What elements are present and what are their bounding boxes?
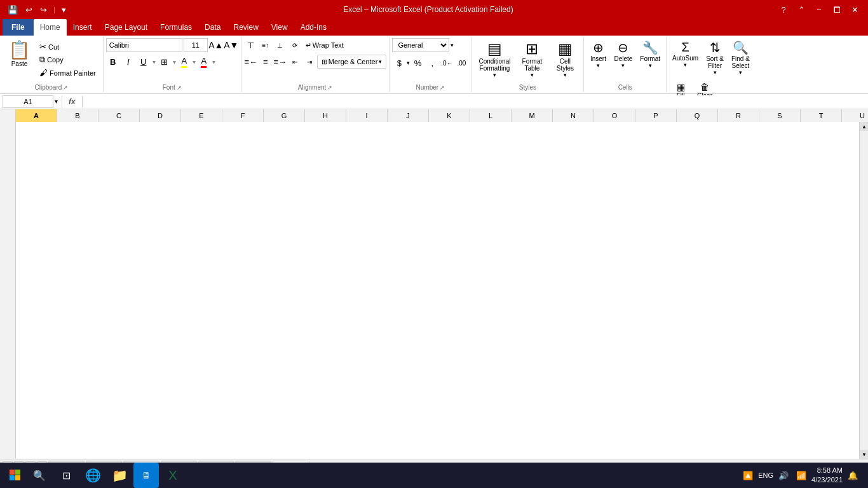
col-header-S[interactable]: S [759, 109, 801, 122]
font-color-button[interactable]: A [197, 55, 211, 69]
align-right-button[interactable]: ≡→ [273, 55, 287, 69]
vertical-scrollbar[interactable]: ▲ ▼ [859, 122, 868, 459]
number-expand-button[interactable]: ↗ [440, 85, 445, 91]
formula-input[interactable] [85, 95, 865, 108]
col-header-G[interactable]: G [264, 109, 305, 122]
cut-button[interactable]: ✂ Cut [36, 41, 99, 53]
increase-decimal-button[interactable]: .00 [454, 56, 468, 70]
merge-dropdown[interactable]: ▾ [379, 58, 382, 65]
col-header-D[interactable]: D [140, 109, 181, 122]
currency-dropdown[interactable]: ▾ [407, 60, 410, 66]
bold-button[interactable]: B [106, 55, 120, 69]
number-format-dropdown[interactable]: ▾ [451, 42, 454, 48]
decrease-decimal-button[interactable]: .0← [440, 56, 454, 70]
tab-formulas[interactable]: Formulas [154, 19, 198, 36]
select-all-button[interactable] [0, 109, 16, 122]
format-painter-button[interactable]: 🖌 Format Painter [36, 67, 99, 79]
align-top-right-button[interactable]: ⊥ [273, 38, 287, 52]
font-expand-button[interactable]: ↗ [177, 85, 182, 91]
cell-styles-dropdown[interactable]: ▾ [564, 72, 567, 78]
autosum-button[interactable]: Σ AutoSum ▾ [669, 38, 702, 78]
increase-font-button[interactable]: A▲ [209, 38, 223, 52]
conditional-dropdown[interactable]: ▾ [493, 72, 496, 78]
underline-dropdown[interactable]: ▾ [153, 58, 156, 65]
col-header-I[interactable]: I [346, 109, 388, 122]
delete-cells-button[interactable]: ⊖ Delete ▾ [611, 38, 635, 71]
delete-dropdown[interactable]: ▾ [621, 62, 625, 69]
col-header-T[interactable]: T [801, 109, 842, 122]
undo-button[interactable]: ↩ [23, 4, 35, 16]
name-box-dropdown[interactable]: ▾ [55, 98, 58, 105]
align-top-left-button[interactable]: ⊤ [244, 38, 258, 52]
font-color-dropdown[interactable]: ▾ [212, 58, 215, 65]
tab-home[interactable]: Home [34, 19, 67, 36]
number-format-select[interactable]: General Number Currency Percentage Text [392, 38, 449, 52]
insert-dropdown[interactable]: ▾ [597, 62, 600, 69]
sort-filter-button[interactable]: ⇅ Sort &Filter ▾ [703, 38, 727, 78]
col-header-K[interactable]: K [429, 109, 470, 122]
alignment-expand-button[interactable]: ↗ [327, 85, 332, 91]
insert-cells-button[interactable]: ⊕ Insert ▾ [587, 38, 609, 71]
col-header-N[interactable]: N [553, 109, 594, 122]
col-header-L[interactable]: L [470, 109, 512, 122]
col-header-M[interactable]: M [512, 109, 553, 122]
cell-styles-button[interactable]: ▦ CellStyles ▾ [549, 38, 581, 80]
network-icon[interactable]: 🔼 [740, 468, 756, 483]
decrease-font-button[interactable]: A▼ [224, 38, 238, 52]
col-header-O[interactable]: O [594, 109, 635, 122]
border-button[interactable]: ⊞ [158, 55, 172, 69]
col-header-E[interactable]: E [181, 109, 222, 122]
merge-center-button[interactable]: ⊞ Merge & Center ▾ [317, 55, 387, 69]
ribbon-toggle-button[interactable]: ⌃ [793, 3, 810, 16]
conditional-formatting-button[interactable]: ▤ ConditionalFormatting ▾ [474, 38, 515, 80]
format-dropdown[interactable]: ▾ [649, 62, 652, 69]
italic-button[interactable]: I [121, 55, 135, 69]
customize-qa-button[interactable]: ▾ [59, 4, 69, 16]
tab-page-layout[interactable]: Page Layout [98, 19, 154, 36]
col-header-F[interactable]: F [222, 109, 264, 122]
volume-icon[interactable]: 🔊 [776, 468, 791, 483]
format-table-dropdown[interactable]: ▾ [531, 72, 534, 78]
orient-button[interactable]: ⟳ [288, 38, 302, 52]
copy-button[interactable]: ⧉ Copy [36, 53, 99, 66]
fill-color-button[interactable]: A [177, 55, 191, 69]
col-header-A[interactable]: A [16, 109, 57, 122]
col-header-R[interactable]: R [718, 109, 759, 122]
edge-icon[interactable]: 🌐 [80, 463, 105, 488]
find-select-dropdown[interactable]: ▾ [739, 69, 742, 76]
tab-file[interactable]: File [3, 19, 34, 36]
border-dropdown[interactable]: ▾ [173, 58, 176, 65]
help-button[interactable]: ? [775, 3, 792, 16]
paste-button[interactable]: 📋 Paste [4, 38, 35, 79]
format-table-button[interactable]: ⊞ FormatTable ▾ [516, 38, 548, 80]
search-button[interactable]: 🔍 [29, 465, 50, 485]
underline-button[interactable]: U [137, 55, 151, 69]
col-header-B[interactable]: B [57, 109, 98, 122]
name-box-input[interactable] [3, 95, 53, 108]
tab-data[interactable]: Data [198, 19, 227, 36]
align-left-button[interactable]: ≡← [244, 55, 258, 69]
wrap-text-button[interactable]: ↵ Wrap Text [302, 38, 347, 52]
save-button[interactable]: 💾 [5, 4, 20, 16]
format-cells-button[interactable]: 🔧 Format ▾ [637, 38, 663, 71]
col-header-P[interactable]: P [635, 109, 677, 122]
col-header-U[interactable]: U [842, 109, 868, 122]
font-size-input[interactable] [184, 38, 208, 52]
scroll-up-button[interactable]: ▲ [860, 122, 868, 131]
col-header-J[interactable]: J [388, 109, 429, 122]
col-header-H[interactable]: H [305, 109, 346, 122]
clipboard-expand-button[interactable]: ↗ [63, 85, 68, 91]
keyboard-icon[interactable]: ENG [758, 468, 773, 483]
close-button[interactable]: ✕ [846, 3, 863, 16]
font-name-input[interactable] [106, 38, 182, 52]
task-view-button[interactable]: ⊡ [53, 463, 79, 488]
clock[interactable]: 8:58 AM 4/23/2021 [811, 466, 843, 485]
tab-insert[interactable]: Insert [67, 19, 98, 36]
decrease-indent-button[interactable]: ⇤ [288, 55, 302, 69]
currency-button[interactable]: $ [392, 56, 406, 70]
find-select-button[interactable]: 🔍 Find &Select ▾ [728, 38, 753, 78]
start-button[interactable] [3, 463, 28, 488]
increase-indent-button[interactable]: ⇥ [302, 55, 316, 69]
col-header-C[interactable]: C [98, 109, 140, 122]
tab-view[interactable]: View [265, 19, 294, 36]
